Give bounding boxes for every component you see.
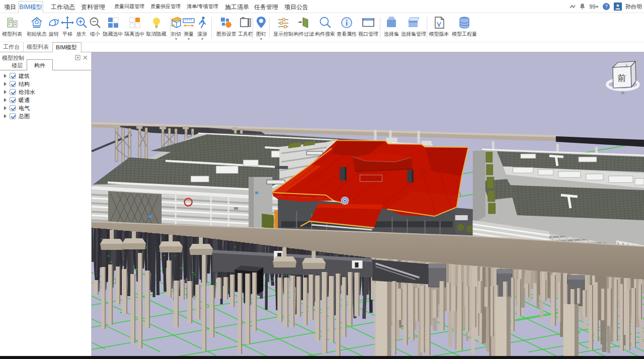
svg-text:南: 南 [621,91,624,95]
svg-text:?: ? [605,4,608,10]
svg-text:上: 上 [624,63,628,68]
svg-text:前: 前 [617,73,626,83]
